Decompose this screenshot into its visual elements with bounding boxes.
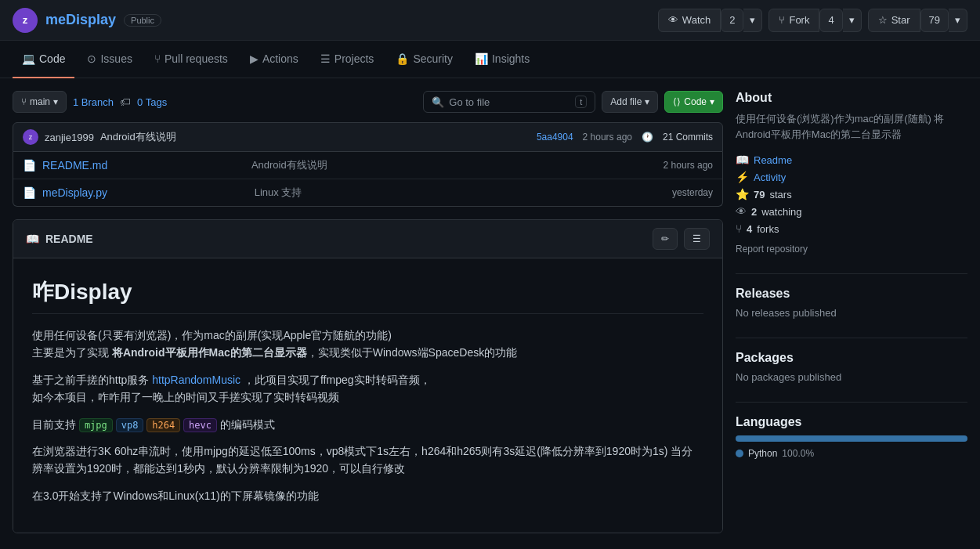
readme-para-5: 在3.0开始支持了Windows和Linux(x11)的下屏幕镜像的功能 [32,487,703,504]
branch-bar-right: 🔍 Go to file t Add file ▾ ⟨⟩ Code ▾ [423,91,723,113]
tags-label: 🏷 [120,96,131,108]
actions-icon: ▶ [250,52,259,65]
top-nav: z meDisplay Public 👁 Watch 2 ▾ ⑂ Fork 4 … [0,0,980,41]
http-random-music-link[interactable]: httpRandomMusic [152,374,240,386]
codec-vp8: vp8 [116,418,144,432]
report-link[interactable]: Report repository [736,244,967,255]
stars-label: stars [769,189,791,200]
code-chevron: ▾ [710,96,714,107]
file-icon-readme: 📄 [23,159,36,172]
about-section: About 使用任何设备(浏览器)作为mac的副屏(随航) 将Android平板… [736,91,967,255]
clock-icon: 🕐 [642,132,653,143]
activity-sidebar-icon: ⚡ [736,171,749,183]
language-bar [736,435,967,442]
file-name-medisplay[interactable]: meDisplay.py [42,186,248,199]
public-badge: Public [124,14,161,27]
languages-section: Languages Python 100.0% [736,415,967,459]
code-button[interactable]: ⟨⟩ Code ▾ [664,91,723,113]
top-nav-left: z meDisplay Public [13,8,161,33]
readme-para-3: 目前支持 mjpg vp8 h264 hevc 的编码模式 [32,416,703,433]
packages-section: Packages No packages published [736,351,967,383]
table-row[interactable]: 📄 meDisplay.py Linux 支持 yesterday [13,179,722,206]
watching-stat[interactable]: 👁 2 watching [736,203,967,220]
fork-dropdown[interactable]: ▾ [843,9,862,32]
watch-dropdown[interactable]: ▾ [743,9,762,32]
readme-box: 📖 README ✏ ☰ 咋Display 使用任何设备(只要有浏览器)，作为m… [13,219,723,533]
fork-group: ⑂ Fork 4 ▾ [768,9,861,32]
stars-stat[interactable]: ⭐ 79 stars [736,186,967,203]
branch-icon: ⑂ [21,96,27,107]
file-name-readme[interactable]: README.md [42,159,245,172]
nav-projects[interactable]: ☰ Projects [311,41,384,78]
branch-chevron: ▾ [53,96,58,107]
code-label: Code [684,96,707,107]
nav-issues[interactable]: ⊙ Issues [78,41,141,78]
nav-pullrequests[interactable]: ⑂ Pull requests [145,41,237,78]
packages-empty: No packages published [736,371,967,383]
file-time-medisplay: yesterday [672,187,713,198]
search-placeholder: Go to file [449,96,570,108]
about-desc: 使用任何设备(浏览器)作为mac的副屏(随航) 将Android平板用作Mac的… [736,111,967,142]
nav-insights[interactable]: 📊 Insights [465,41,539,78]
add-file-button[interactable]: Add file ▾ [602,91,658,113]
branch-count-link[interactable]: 1 Branch [73,96,114,108]
branch-selector[interactable]: ⑂ main ▾ [13,91,67,113]
code-nav-icon: 💻 [22,52,35,65]
readme-list-button[interactable]: ☰ [684,228,710,250]
watch-button[interactable]: 👁 Watch [658,9,721,32]
releases-title: Releases [736,287,967,301]
readme-edit-button[interactable]: ✏ [653,228,678,250]
stars-count: 79 [754,189,765,200]
book-icon: 📖 [26,233,39,245]
branch-name: main [30,96,50,107]
readme-link-label: Readme [754,154,792,166]
commit-bar: z zanjie1999 Android有线说明 5aa4904 2 hours… [13,122,723,152]
watch-count: 2 [721,9,743,32]
file-table: 📄 README.md Android有线说明 2 hours ago 📄 me… [13,152,723,207]
readme-para-1: 使用任何设备(只要有浏览器)，作为mac的副屏(实现Apple官方随航的功能)主… [32,327,703,362]
codec-hevc: hevc [183,418,217,432]
watching-stat-icon: 👁 [736,205,747,218]
goto-file-input[interactable]: 🔍 Go to file t [423,91,595,113]
add-file-chevron: ▾ [645,96,649,107]
python-name: Python [748,448,777,459]
commits-count[interactable]: 21 Commits [663,132,713,143]
issues-icon: ⊙ [87,52,96,65]
sidebar: About 使用任何设备(浏览器)作为mac的副屏(随航) 将Android平板… [736,91,967,533]
packages-title: Packages [736,351,967,365]
releases-section: Releases No releases published [736,287,967,319]
watching-label: watching [761,206,801,218]
forks-stat[interactable]: ⑂ 4 forks [736,220,967,237]
file-icon-medisplay: 📄 [23,186,36,199]
fork-icon: ⑂ [779,14,785,26]
stars-stat-icon: ⭐ [736,188,749,200]
star-label: Star [891,14,910,26]
file-time-readme: 2 hours ago [664,160,713,171]
star-group: ☆ Star 79 ▾ [868,9,967,32]
activity-link-sidebar[interactable]: ⚡ Activity [736,168,967,186]
sidebar-divider-1 [736,273,967,274]
watch-group: 👁 Watch 2 ▾ [658,9,763,32]
security-icon: 🔒 [396,52,409,65]
table-row[interactable]: 📄 README.md Android有线说明 2 hours ago [13,152,722,179]
forks-count: 4 [747,223,752,235]
readme-link-sidebar[interactable]: 📖 Readme [736,151,967,168]
commit-author[interactable]: zanjie1999 [45,132,94,143]
commit-avatar: z [23,129,38,145]
nav-code[interactable]: 💻 Code [13,41,74,78]
commits-count-text: 21 Commits [663,132,713,143]
star-button[interactable]: ☆ Star [868,9,920,32]
readme-para-2: 基于之前手搓的http服务 httpRandomMusic ，此项目实现了ffm… [32,371,703,406]
nav-security[interactable]: 🔒 Security [386,41,462,78]
readme-main-title: 咋Display [32,277,703,314]
readme-body: 咋Display 使用任何设备(只要有浏览器)，作为mac的副屏(实现Apple… [13,258,722,533]
nav-actions[interactable]: ▶ Actions [240,41,308,78]
fork-button[interactable]: ⑂ Fork [768,9,819,32]
tags-count-link[interactable]: 0 Tags [137,96,167,108]
star-dropdown[interactable]: ▾ [949,9,967,32]
fork-count: 4 [819,9,842,32]
readme-header-right: ✏ ☰ [653,228,710,250]
commit-hash[interactable]: 5aa4904 [537,132,573,143]
lang-item-python: Python 100.0% [736,448,967,459]
repo-title[interactable]: meDisplay [45,12,116,28]
